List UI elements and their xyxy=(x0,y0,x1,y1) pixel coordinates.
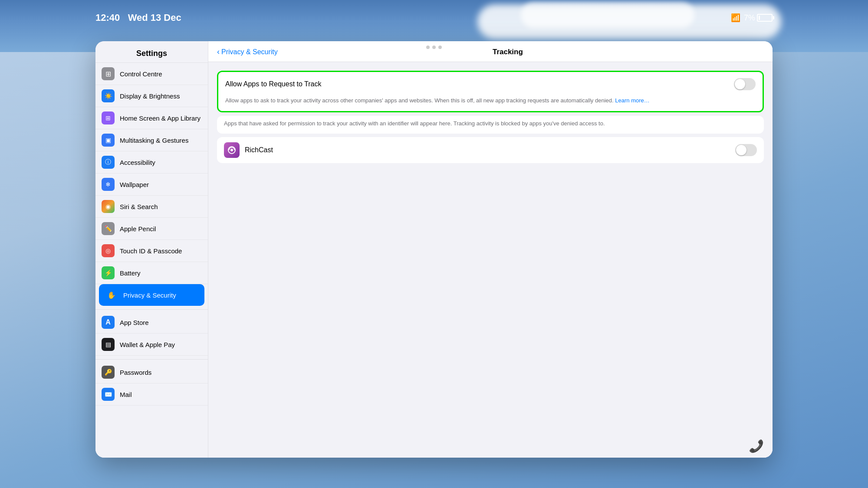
sidebar-label-mail: Mail xyxy=(120,391,132,398)
sidebar: Settings ⊞ Control Centre ☀️ Display & B… xyxy=(95,41,208,458)
wallpaper-icon: ❄ xyxy=(102,178,115,191)
apple-pencil-icon: ✏️ xyxy=(102,222,115,235)
sidebar-item-control-centre[interactable]: ⊞ Control Centre xyxy=(95,63,208,85)
sidebar-label-multitasking: Multitasking & Gestures xyxy=(120,137,188,144)
sidebar-item-mail[interactable]: ✉️ Mail xyxy=(95,383,208,406)
sidebar-label-wallpaper: Wallpaper xyxy=(120,181,149,188)
window-content: Settings ⊞ Control Centre ☀️ Display & B… xyxy=(95,41,773,458)
dot-2 xyxy=(432,46,436,49)
sidebar-item-touch-id[interactable]: ◎ Touch ID & Passcode xyxy=(95,240,208,262)
sidebar-item-apple-pencil[interactable]: ✏️ Apple Pencil xyxy=(95,218,208,240)
panel-title: Tracking xyxy=(286,48,729,56)
right-panel: ‹ Privacy & Security Tracking Allow Apps… xyxy=(208,41,773,458)
separator-2 xyxy=(95,359,208,360)
battery-icon xyxy=(757,14,773,22)
control-centre-icon: ⊞ xyxy=(102,67,115,80)
sidebar-item-display-brightness[interactable]: ☀️ Display & Brightness xyxy=(95,85,208,107)
sidebar-title: Settings xyxy=(95,41,208,63)
passwords-icon: 🔑 xyxy=(102,366,115,379)
display-brightness-icon: ☀️ xyxy=(102,89,115,102)
touch-id-icon: ◎ xyxy=(102,244,115,257)
sidebar-label-control-centre: Control Centre xyxy=(120,70,162,78)
settings-window: Settings ⊞ Control Centre ☀️ Display & B… xyxy=(95,41,773,458)
toggle-knob xyxy=(735,79,745,89)
allow-tracking-label: Allow Apps to Request to Track xyxy=(225,80,321,88)
multitasking-icon: ▣ xyxy=(102,134,115,147)
dot-3 xyxy=(438,46,442,49)
wifi-icon: 📶 xyxy=(731,13,740,23)
accessibility-icon: ⓘ xyxy=(102,156,115,169)
sidebar-item-wallpaper[interactable]: ❄ Wallpaper xyxy=(95,174,208,196)
time: 12:40 xyxy=(95,12,120,23)
sidebar-item-multitasking[interactable]: ▣ Multitasking & Gestures xyxy=(95,129,208,151)
sidebar-item-wallet[interactable]: ▤ Wallet & Apple Pay xyxy=(95,334,208,356)
sidebar-label-passwords: Passwords xyxy=(120,369,151,376)
app-store-icon: A xyxy=(102,316,115,329)
allow-tracking-toggle[interactable] xyxy=(734,78,756,90)
chevron-left-icon: ‹ xyxy=(217,47,220,56)
status-bar: 12:40 Wed 13 Dec 📶 7% xyxy=(95,12,773,23)
battery-fill xyxy=(759,16,760,20)
sidebar-label-accessibility: Accessibility xyxy=(120,159,155,166)
window-dots xyxy=(426,46,442,49)
battery-container: 7% xyxy=(744,13,773,23)
battery-percent: 7% xyxy=(744,13,755,23)
richcast-icon xyxy=(224,142,240,158)
sidebar-item-home-screen[interactable]: ⊞ Home Screen & App Library xyxy=(95,107,208,129)
sidebar-label-touch-id: Touch ID & Passcode xyxy=(120,247,182,255)
siri-icon: ◉ xyxy=(102,200,115,213)
separator-1 xyxy=(95,309,208,310)
allow-tracking-row: Allow Apps to Request to Track xyxy=(218,72,763,96)
sidebar-item-passwords[interactable]: 🔑 Passwords xyxy=(95,361,208,383)
right-content: Allow Apps to Request to Track Allow app… xyxy=(208,62,773,458)
back-button[interactable]: ‹ Privacy & Security xyxy=(217,47,278,56)
sidebar-group-2: A App Store ▤ Wallet & Apple Pay xyxy=(95,309,208,356)
sidebar-item-battery[interactable]: ⚡ Battery xyxy=(95,262,208,284)
status-right: 📶 7% xyxy=(731,13,773,23)
sidebar-label-battery: Battery xyxy=(120,269,141,277)
battery-settings-icon: ⚡ xyxy=(102,266,115,279)
back-label: Privacy & Security xyxy=(221,48,278,56)
phone-corner-icon: 📞 xyxy=(749,439,764,453)
richcast-toggle[interactable] xyxy=(735,144,757,156)
home-screen-icon: ⊞ xyxy=(102,111,115,124)
time-date: 12:40 Wed 13 Dec xyxy=(95,12,181,23)
learn-more-link[interactable]: Learn more… xyxy=(615,97,649,104)
sidebar-item-siri-search[interactable]: ◉ Siri & Search xyxy=(95,196,208,218)
sidebar-label-wallet: Wallet & Apple Pay xyxy=(120,341,175,348)
sidebar-label-home-screen: Home Screen & App Library xyxy=(120,115,201,122)
sidebar-label-siri-search: Siri & Search xyxy=(120,203,158,210)
date: Wed 13 Dec xyxy=(128,12,181,23)
sidebar-label-app-store: App Store xyxy=(120,319,149,326)
privacy-security-icon: ✋ xyxy=(105,288,118,301)
richcast-toggle-knob xyxy=(736,145,746,155)
wallet-icon: ▤ xyxy=(102,338,115,351)
richcast-app-info: RichCast xyxy=(224,142,273,158)
allow-tracking-description: Allow apps to ask to track your activity… xyxy=(218,96,763,111)
sidebar-item-privacy-security[interactable]: ✋ Privacy & Security xyxy=(99,284,204,306)
dot-1 xyxy=(426,46,430,49)
allow-tracking-card: Allow Apps to Request to Track Allow app… xyxy=(217,71,764,112)
sidebar-label-apple-pencil: Apple Pencil xyxy=(120,225,156,233)
sidebar-label-display-brightness: Display & Brightness xyxy=(120,92,180,100)
richcast-row: RichCast xyxy=(217,137,764,163)
sidebar-group-3: 🔑 Passwords ✉️ Mail xyxy=(95,359,208,406)
sidebar-item-app-store[interactable]: A App Store xyxy=(95,311,208,334)
svg-point-1 xyxy=(230,149,233,151)
mail-icon: ✉️ xyxy=(102,388,115,401)
right-header: ‹ Privacy & Security Tracking xyxy=(208,41,773,62)
sidebar-item-accessibility[interactable]: ⓘ Accessibility xyxy=(95,151,208,174)
sidebar-label-privacy-security: Privacy & Security xyxy=(123,291,176,299)
apps-description: Apps that have asked for permission to t… xyxy=(217,116,764,134)
richcast-name: RichCast xyxy=(245,146,273,154)
